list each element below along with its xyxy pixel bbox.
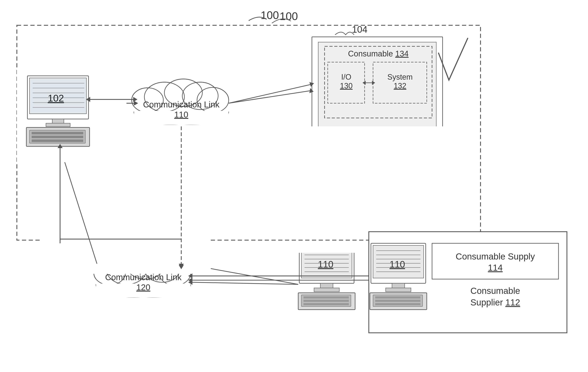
label-comm-link-top: Communication Link bbox=[143, 100, 220, 109]
label-100: 100 bbox=[280, 10, 298, 22]
svg-rect-72 bbox=[314, 288, 339, 292]
label-102-final: 102 bbox=[48, 93, 64, 104]
label-io: I/O bbox=[341, 73, 351, 81]
svg-line-83 bbox=[229, 84, 312, 103]
label-consumable-supplier-num: Supplier 112 bbox=[470, 298, 520, 307]
label-system-num: 132 bbox=[394, 82, 406, 90]
svg-line-97 bbox=[229, 91, 311, 103]
label-104: 104 bbox=[352, 24, 367, 35]
svg-rect-143 bbox=[42, 147, 211, 274]
svg-rect-116 bbox=[375, 296, 420, 299]
label-consumable-title: Consumable 134 bbox=[348, 49, 409, 58]
label-comm-link-bottom-num: 120 bbox=[136, 283, 150, 292]
svg-rect-163 bbox=[32, 139, 83, 142]
label-consumable-supply-2: Consumable Supply bbox=[456, 251, 535, 261]
label-100-final: 100 bbox=[261, 9, 279, 21]
svg-line-89 bbox=[192, 282, 298, 284]
svg-rect-162 bbox=[32, 136, 83, 138]
label-supplier-computer-2: 110 bbox=[389, 259, 405, 269]
label-consumable-supply-num-2: 114 bbox=[488, 263, 503, 273]
svg-rect-117 bbox=[375, 300, 420, 302]
label-system: System bbox=[387, 73, 413, 81]
svg-rect-113 bbox=[386, 288, 411, 292]
svg-rect-75 bbox=[304, 296, 349, 299]
label-supplier-computer: 110 bbox=[318, 259, 333, 269]
diagram-container: 100 102 104 Consumable 134 I/O 130 Syste… bbox=[0, 0, 588, 372]
svg-rect-161 bbox=[32, 132, 83, 134]
label-comm-link-bottom: Communication Link bbox=[105, 273, 182, 282]
svg-rect-77 bbox=[304, 303, 349, 305]
label-comm-link-top-num: 110 bbox=[174, 110, 189, 119]
label-consumable-supplier-text: Consumable bbox=[470, 286, 520, 296]
label-io-num: 130 bbox=[340, 82, 353, 90]
svg-rect-76 bbox=[304, 300, 349, 302]
svg-rect-157 bbox=[52, 119, 64, 124]
svg-rect-118 bbox=[375, 303, 420, 305]
svg-rect-158 bbox=[46, 123, 70, 127]
